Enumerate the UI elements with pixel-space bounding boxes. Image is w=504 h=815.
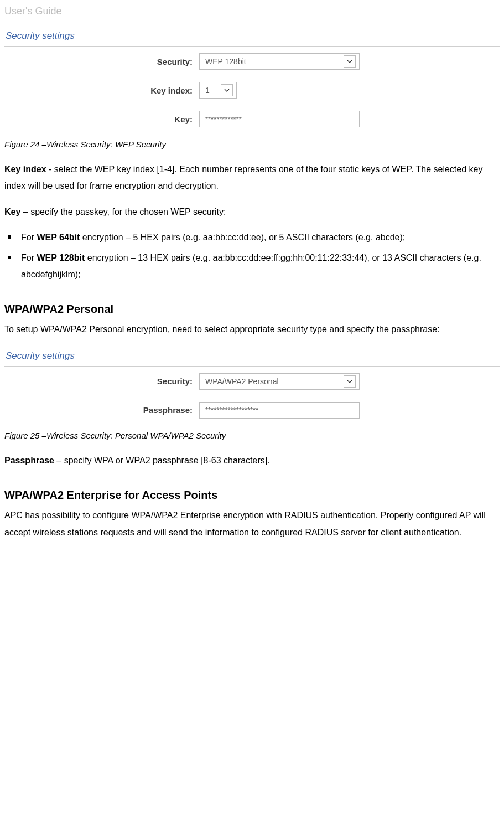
term-key-index: Key index: [4, 164, 46, 174]
security-settings-panel-wpa-personal: Security settings Security: WPA/WPA2 Per…: [4, 347, 500, 419]
chevron-down-icon: [344, 375, 356, 388]
security-select-value: WPA/WPA2 Personal: [205, 377, 279, 386]
key-input-value: *************: [205, 115, 242, 123]
figure-caption: Figure 24 –Wireless Security: WEP Securi…: [4, 140, 500, 149]
paragraph-passphrase: Passphrase – specify WPA or WPA2 passphr…: [4, 452, 500, 469]
paragraph-wpa-personal-intro: To setup WPA/WPA2 Personal encryption, n…: [4, 321, 500, 338]
form-row-security: Security: WEP 128bit: [4, 53, 500, 70]
security-label: Security:: [4, 376, 199, 386]
form-row-passphrase: Passphrase: *******************: [4, 402, 500, 419]
form-row-key-index: Key index: 1: [4, 82, 500, 99]
chevron-down-icon: [344, 55, 356, 68]
text: encryption – 5 HEX pairs (e.g. aa:bb:cc:…: [80, 233, 405, 242]
text: – specify the passkey, for the chosen WE…: [20, 207, 226, 216]
paragraph-wpa-enterprise-intro: APC has possibility to configure WPA/WPA…: [4, 507, 500, 541]
paragraph-key: Key – specify the passkey, for the chose…: [4, 204, 500, 220]
text: encryption – 13 HEX pairs (e.g. aa:bb:cc…: [21, 253, 481, 279]
form-row-security: Security: WPA/WPA2 Personal: [4, 373, 500, 390]
term-key: Key: [4, 207, 20, 216]
divider: [4, 46, 500, 47]
page-header: User's Guide: [4, 6, 500, 17]
key-index-label: Key index:: [4, 86, 199, 95]
figure-caption: Figure 25 –Wireless Security: Personal W…: [4, 431, 500, 440]
text: For: [21, 233, 37, 242]
term-passphrase: Passphrase: [4, 456, 54, 465]
list-item: For WEP 64bit encryption – 5 HEX pairs (…: [8, 229, 500, 246]
key-input[interactable]: *************: [199, 111, 360, 127]
section-heading-wpa-enterprise: WPA/WPA2 Enterprise for Access Points: [4, 489, 500, 502]
panel-title: Security settings: [4, 347, 500, 366]
divider: [4, 366, 500, 367]
passphrase-label: Passphrase:: [4, 405, 199, 415]
wep-options-list: For WEP 64bit encryption – 5 HEX pairs (…: [4, 229, 500, 283]
text: – specify WPA or WPA2 passphrase [8-63 c…: [54, 456, 270, 465]
text: - select the WEP key index [1-4]. Each n…: [4, 164, 482, 190]
security-label: Security:: [4, 57, 199, 66]
key-index-select-value: 1: [205, 86, 210, 95]
key-index-select[interactable]: 1: [199, 82, 237, 99]
list-item: For WEP 128bit encryption – 13 HEX pairs…: [8, 250, 500, 283]
section-heading-wpa-personal: WPA/WPA2 Personal: [4, 303, 500, 316]
paragraph-key-index: Key index - select the WEP key index [1-…: [4, 161, 500, 195]
passphrase-input-value: *******************: [205, 406, 258, 414]
form-row-key: Key: *************: [4, 111, 500, 127]
document-page: User's Guide Security settings Security:…: [0, 0, 504, 572]
security-select-value: WEP 128bit: [205, 57, 246, 66]
term-wep-64bit: WEP 64bit: [37, 233, 80, 242]
chevron-down-icon: [221, 84, 233, 96]
text: For: [21, 253, 37, 262]
security-select[interactable]: WPA/WPA2 Personal: [199, 373, 360, 390]
panel-title: Security settings: [4, 27, 500, 46]
security-select[interactable]: WEP 128bit: [199, 53, 360, 70]
passphrase-input[interactable]: *******************: [199, 402, 360, 419]
key-label: Key:: [4, 115, 199, 124]
security-settings-panel-wep: Security settings Security: WEP 128bit K…: [4, 27, 500, 127]
term-wep-128bit: WEP 128bit: [37, 253, 85, 262]
